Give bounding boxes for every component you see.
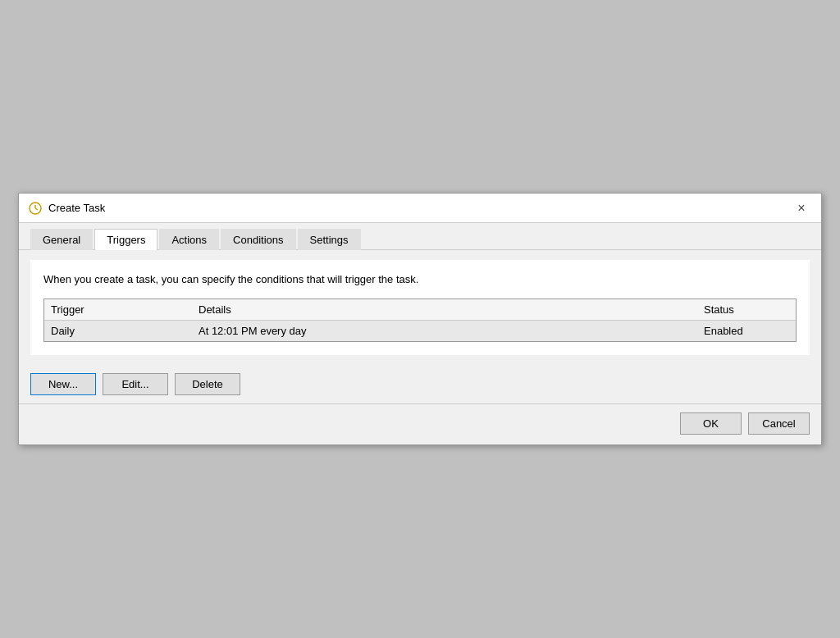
tab-triggers[interactable]: Triggers — [94, 229, 158, 250]
new-button[interactable]: New... — [30, 373, 96, 395]
table-header-row: Trigger Details Status — [44, 299, 796, 321]
column-header-status: Status — [697, 299, 796, 321]
column-header-trigger: Trigger — [44, 299, 192, 321]
dialog-title: Create Task — [48, 202, 105, 214]
table-row[interactable]: Daily At 12:01 PM every day Enabled — [44, 321, 796, 342]
title-bar-left: Create Task — [29, 202, 105, 215]
title-bar: Create Task × — [19, 194, 821, 223]
create-task-dialog: Create Task × General Triggers Actions C… — [18, 193, 822, 445]
tab-general[interactable]: General — [30, 229, 93, 250]
action-buttons: New... Edit... Delete — [19, 365, 821, 403]
ok-button[interactable]: OK — [680, 412, 742, 435]
tab-conditions[interactable]: Conditions — [221, 229, 295, 250]
column-header-details: Details — [192, 299, 697, 321]
details-cell: At 12:01 PM every day — [192, 321, 697, 342]
delete-button[interactable]: Delete — [175, 373, 240, 395]
status-cell: Enabled — [697, 321, 796, 342]
cancel-button[interactable]: Cancel — [748, 412, 810, 435]
description-text: When you create a task, you can specify … — [43, 273, 797, 285]
tab-actions[interactable]: Actions — [159, 229, 219, 250]
edit-button[interactable]: Edit... — [103, 373, 168, 395]
close-button[interactable]: × — [792, 198, 811, 218]
footer: OK Cancel — [19, 403, 821, 444]
task-icon — [29, 202, 42, 215]
triggers-table: Trigger Details Status Daily At 12:01 PM… — [44, 299, 796, 341]
svg-line-2 — [35, 208, 38, 210]
trigger-cell: Daily — [44, 321, 192, 342]
triggers-table-container: Trigger Details Status Daily At 12:01 PM… — [43, 298, 797, 342]
tab-bar: General Triggers Actions Conditions Sett… — [19, 223, 821, 250]
content-area: When you create a task, you can specify … — [30, 260, 810, 355]
tab-settings[interactable]: Settings — [298, 229, 361, 250]
